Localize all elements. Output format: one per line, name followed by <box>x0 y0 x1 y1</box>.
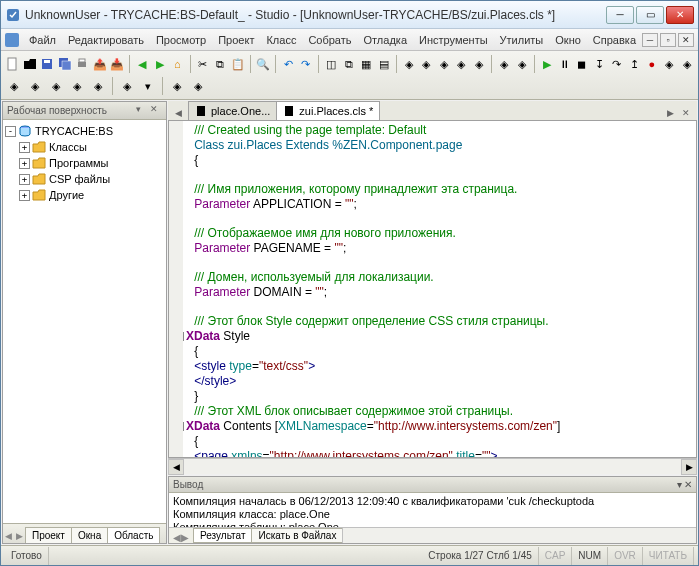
menu-view[interactable]: Просмотр <box>150 32 212 48</box>
window1-icon[interactable]: ◫ <box>323 54 339 74</box>
import-icon[interactable]: 📥 <box>109 54 125 74</box>
tb-f-icon[interactable]: ◈ <box>496 54 512 74</box>
tb-e-icon[interactable]: ◈ <box>471 54 487 74</box>
minimize-button[interactable]: ─ <box>606 6 634 24</box>
copy-icon[interactable]: ⧉ <box>212 54 228 74</box>
twisty-icon[interactable]: + <box>19 174 30 185</box>
redo-icon[interactable]: ↷ <box>298 54 314 74</box>
tab-close-icon[interactable]: ✕ <box>679 106 693 120</box>
output-close-icon[interactable]: ✕ <box>684 479 692 490</box>
tb-x-icon[interactable]: ◈ <box>661 54 677 74</box>
scroll-track[interactable] <box>184 459 681 474</box>
code-editor[interactable]: /// Created using the page template: Def… <box>168 121 697 458</box>
tb2-h-icon[interactable]: ◈ <box>167 76 187 96</box>
ws-tab-prev-icon[interactable]: ◀ <box>3 529 14 543</box>
menu-window[interactable]: Окно <box>549 32 587 48</box>
cut-icon[interactable]: ✂ <box>194 54 210 74</box>
scroll-right-icon[interactable]: ▶ <box>681 459 697 475</box>
tb2-i-icon[interactable]: ◈ <box>188 76 208 96</box>
menu-debug[interactable]: Отладка <box>358 32 413 48</box>
twisty-icon[interactable]: + <box>19 190 30 201</box>
tb2-f-icon[interactable]: ◈ <box>117 76 137 96</box>
stepover-icon[interactable]: ↷ <box>609 54 625 74</box>
tb-d-icon[interactable]: ◈ <box>453 54 469 74</box>
output-tab-result[interactable]: Результат <box>193 528 252 543</box>
menu-class[interactable]: Класс <box>260 32 302 48</box>
editor-hscroll[interactable]: ◀ ▶ <box>168 458 697 474</box>
tb2-a-icon[interactable]: ◈ <box>4 76 24 96</box>
twisty-icon[interactable]: + <box>19 142 30 153</box>
menu-file[interactable]: Файл <box>23 32 62 48</box>
twisty-icon[interactable]: - <box>5 126 16 137</box>
output-pin-icon[interactable]: ▾ <box>677 479 682 490</box>
save-icon[interactable] <box>39 54 55 74</box>
ws-tab-namespace[interactable]: Область <box>107 527 160 543</box>
titlebar[interactable]: UnknownUser - TRYCACHE:BS-Default_ - Stu… <box>1 1 698 29</box>
fold-icon[interactable]: - <box>183 422 184 431</box>
menu-utilities[interactable]: Утилиты <box>494 32 550 48</box>
tree-root[interactable]: - TRYCACHE:BS <box>5 123 164 139</box>
run-icon[interactable]: ▶ <box>539 54 555 74</box>
tab-prev-icon[interactable]: ◀ <box>171 106 185 120</box>
back-icon[interactable]: ◀ <box>134 54 150 74</box>
workspace-header[interactable]: Рабочая поверхность ▾ ✕ <box>3 102 166 120</box>
window2-icon[interactable]: ⧉ <box>340 54 356 74</box>
undo-icon[interactable]: ↶ <box>280 54 296 74</box>
new-icon[interactable] <box>4 54 20 74</box>
export-icon[interactable]: 📤 <box>91 54 107 74</box>
mdi-restore-button[interactable]: ▫ <box>660 33 676 47</box>
tb-y-icon[interactable]: ◈ <box>678 54 694 74</box>
ws-tab-next-icon[interactable]: ▶ <box>14 529 25 543</box>
window4-icon[interactable]: ▤ <box>375 54 391 74</box>
home-icon[interactable]: ⌂ <box>169 54 185 74</box>
out-tab-prev-icon[interactable]: ◀▶ <box>169 532 193 543</box>
workspace-close-icon[interactable]: ✕ <box>150 105 162 117</box>
tree-node-programs[interactable]: + Программы <box>5 155 164 171</box>
print-icon[interactable] <box>74 54 90 74</box>
output-hscroll[interactable] <box>342 528 696 543</box>
editor-tab-inactive[interactable]: place.One... <box>188 101 277 120</box>
tb2-c-icon[interactable]: ◈ <box>46 76 66 96</box>
ws-tab-project[interactable]: Проект <box>25 527 72 543</box>
tab-next-icon[interactable]: ▶ <box>663 106 677 120</box>
tree-node-csp[interactable]: + CSP файлы <box>5 171 164 187</box>
menu-tools[interactable]: Инструменты <box>413 32 494 48</box>
paste-icon[interactable]: 📋 <box>229 54 245 74</box>
output-header[interactable]: Вывод ▾ ✕ <box>169 477 696 493</box>
saveall-icon[interactable] <box>56 54 72 74</box>
stepinto-icon[interactable]: ↧ <box>591 54 607 74</box>
window3-icon[interactable]: ▦ <box>358 54 374 74</box>
tb-c-icon[interactable]: ◈ <box>436 54 452 74</box>
workspace-pin-icon[interactable]: ▾ <box>136 105 148 117</box>
output-tab-find[interactable]: Искать в Файлах <box>251 528 343 543</box>
scroll-left-icon[interactable]: ◀ <box>168 459 184 475</box>
twisty-icon[interactable]: + <box>19 158 30 169</box>
editor-tab-active[interactable]: zui.Places.cls * <box>276 101 380 120</box>
menu-help[interactable]: Справка <box>587 32 642 48</box>
stepout-icon[interactable]: ↥ <box>626 54 642 74</box>
menu-edit[interactable]: Редактировать <box>62 32 150 48</box>
tb-b-icon[interactable]: ◈ <box>418 54 434 74</box>
tree-node-other[interactable]: + Другие <box>5 187 164 203</box>
maximize-button[interactable]: ▭ <box>636 6 664 24</box>
workspace-tree[interactable]: - TRYCACHE:BS + Классы + Программы + <box>3 120 166 523</box>
forward-icon[interactable]: ▶ <box>152 54 168 74</box>
tb-a-icon[interactable]: ◈ <box>401 54 417 74</box>
mdi-close-button[interactable]: ✕ <box>678 33 694 47</box>
ws-tab-windows[interactable]: Окна <box>71 527 108 543</box>
tb2-g-icon[interactable]: ▾ <box>138 76 158 96</box>
output-body[interactable]: Компиляция началась в 06/12/2013 12:09:4… <box>169 493 696 527</box>
pause-icon[interactable]: ⏸ <box>556 54 572 74</box>
bp-icon[interactable]: ● <box>643 54 659 74</box>
tb-g-icon[interactable]: ◈ <box>513 54 529 74</box>
tree-node-classes[interactable]: + Классы <box>5 139 164 155</box>
menu-project[interactable]: Проект <box>212 32 260 48</box>
menu-build[interactable]: Собрать <box>302 32 357 48</box>
fold-icon[interactable]: - <box>183 332 184 341</box>
stop-icon[interactable]: ◼ <box>574 54 590 74</box>
find-icon[interactable]: 🔍 <box>255 54 271 74</box>
tb2-d-icon[interactable]: ◈ <box>67 76 87 96</box>
mdi-minimize-button[interactable]: ─ <box>642 33 658 47</box>
tb2-b-icon[interactable]: ◈ <box>25 76 45 96</box>
close-button[interactable]: ✕ <box>666 6 694 24</box>
